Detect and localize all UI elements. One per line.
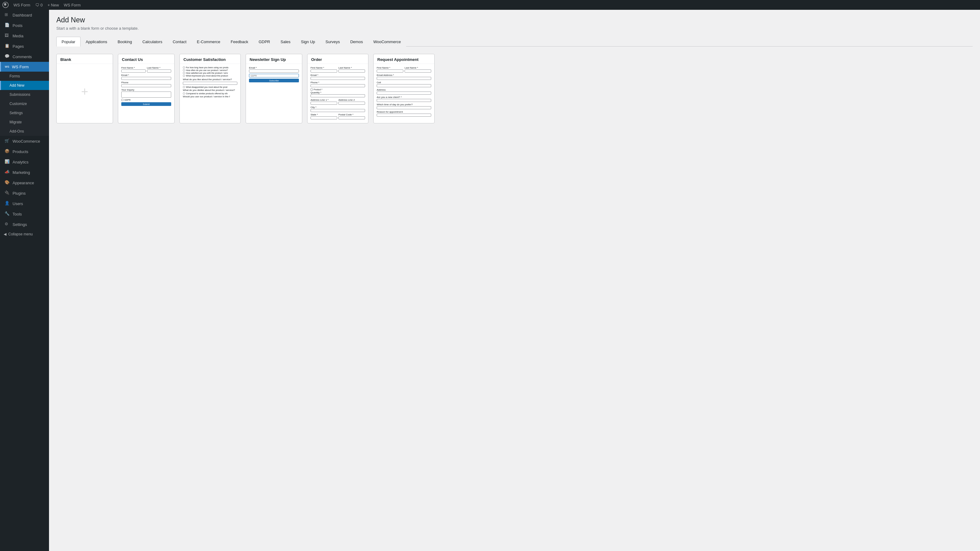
card-title-request-appointment: Request Appointment bbox=[374, 54, 434, 64]
topbar-site-name[interactable]: WS Form bbox=[13, 3, 30, 7]
card-title-blank: Blank bbox=[57, 54, 113, 64]
sidebar-item-migrate[interactable]: Migrate bbox=[0, 118, 49, 127]
page-title: Add New bbox=[56, 16, 973, 24]
card-body-contact-us: First Name * Last Name * Email * Phone Y… bbox=[118, 64, 174, 108]
card-title-order: Order bbox=[307, 54, 368, 64]
template-card-customer-satisfaction[interactable]: Customer Satisfaction For how long have … bbox=[180, 54, 241, 123]
sidebar-item-wsform[interactable]: WS WS Form bbox=[0, 62, 49, 71]
topbar-new[interactable]: + New bbox=[48, 3, 59, 7]
products-icon: 📦 bbox=[5, 149, 10, 154]
card-body-customer-satisfaction: For how long have you been using our pro… bbox=[180, 64, 240, 101]
sidebar-item-woocommerce[interactable]: 🛒 WooCommerce bbox=[0, 136, 49, 146]
template-card-contact-us[interactable]: Contact Us First Name * Last Name * Emai… bbox=[118, 54, 175, 123]
tab-popular[interactable]: Popular bbox=[56, 37, 81, 46]
card-body-request-appointment: First Name * Last Name * Email Address *… bbox=[374, 64, 434, 120]
template-card-newsletter[interactable]: Newsletter Sign Up Email * GDPR Subscrib… bbox=[246, 54, 302, 123]
card-title-newsletter: Newsletter Sign Up bbox=[246, 54, 302, 64]
tools-icon: 🔧 bbox=[5, 211, 10, 217]
sidebar-item-customize[interactable]: Customize bbox=[0, 99, 49, 108]
comments-icon: 💬 bbox=[5, 54, 10, 59]
marketing-icon: 📣 bbox=[5, 170, 10, 175]
sidebar-item-addnew[interactable]: Add New bbox=[0, 81, 49, 90]
sidebar-item-comments[interactable]: 💬 Comments bbox=[0, 51, 49, 62]
pages-icon: 📋 bbox=[5, 43, 10, 49]
media-icon: 🖼 bbox=[5, 33, 10, 38]
topbar: WS Form 🗨 0 + New WS Form bbox=[0, 0, 980, 10]
card-body-blank: + bbox=[57, 64, 113, 119]
tab-contact[interactable]: Contact bbox=[167, 37, 192, 46]
template-card-blank[interactable]: Blank + bbox=[56, 54, 113, 123]
sidebar-item-submissions[interactable]: Submissions bbox=[0, 90, 49, 99]
card-body-newsletter: Email * GDPR Subscribe bbox=[246, 64, 302, 85]
template-card-request-appointment[interactable]: Request Appointment First Name * Last Na… bbox=[373, 54, 434, 123]
topbar-plugin[interactable]: WS Form bbox=[64, 3, 81, 7]
sidebar-item-forms[interactable]: Forms bbox=[0, 71, 49, 81]
sidebar-item-appearance[interactable]: 🎨 Appearance bbox=[0, 178, 49, 188]
sidebar-item-products[interactable]: 📦 Products bbox=[0, 146, 49, 157]
dashboard-icon: ⊞ bbox=[5, 12, 10, 18]
sidebar-item-addons[interactable]: Add-Ons bbox=[0, 127, 49, 136]
plugins-icon: 🔌 bbox=[5, 191, 10, 196]
tab-applications[interactable]: Applications bbox=[81, 37, 112, 46]
sidebar-item-tools[interactable]: 🔧 Tools bbox=[0, 209, 49, 219]
card-body-order: First Name * Last Name * Email * Phone * bbox=[307, 64, 368, 123]
tab-ecommerce[interactable]: E-Commerce bbox=[192, 37, 226, 46]
topbar-comments[interactable]: 🗨 0 bbox=[35, 3, 43, 7]
appearance-icon: 🎨 bbox=[5, 180, 10, 186]
sidebar-item-media[interactable]: 🖼 Media bbox=[0, 30, 49, 41]
sidebar-collapse-button[interactable]: ◀ Collapse menu bbox=[0, 230, 49, 239]
tab-demos[interactable]: Demos bbox=[345, 37, 368, 46]
tab-booking[interactable]: Booking bbox=[112, 37, 137, 46]
sidebar-item-pages[interactable]: 📋 Pages bbox=[0, 41, 49, 51]
tab-sales[interactable]: Sales bbox=[275, 37, 296, 46]
card-subscribe-btn: Subscribe bbox=[249, 79, 299, 83]
topbar-wp-logo[interactable] bbox=[2, 2, 9, 8]
wsform-icon: WS bbox=[5, 64, 10, 69]
sidebar-item-marketing[interactable]: 📣 Marketing bbox=[0, 167, 49, 178]
page-subtitle: Start a with a blank form or choose a te… bbox=[56, 26, 973, 30]
card-title-customer-satisfaction: Customer Satisfaction bbox=[180, 54, 240, 64]
sidebar-item-plugins[interactable]: 🔌 Plugins bbox=[0, 188, 49, 198]
tab-calculators[interactable]: Calculators bbox=[137, 37, 167, 46]
sidebar: ⊞ Dashboard 📄 Posts 🖼 Media 📋 Pages 💬 Co… bbox=[0, 10, 49, 551]
collapse-icon: ◀ bbox=[4, 232, 6, 236]
card-title-contact-us: Contact Us bbox=[118, 54, 174, 64]
analytics-icon: 📊 bbox=[5, 159, 10, 165]
users-icon: 👤 bbox=[5, 201, 10, 206]
main-content: Add New Start a with a blank form or cho… bbox=[49, 10, 980, 551]
layout: ⊞ Dashboard 📄 Posts 🖼 Media 📋 Pages 💬 Co… bbox=[0, 10, 980, 551]
card-submit-contact: Submit bbox=[121, 102, 171, 106]
tabs-row: Popular Applications Booking Calculators… bbox=[56, 37, 973, 46]
sidebar-item-dashboard[interactable]: ⊞ Dashboard bbox=[0, 10, 49, 20]
cards-grid: Blank + Contact Us First Name * Last Nam bbox=[56, 54, 973, 123]
sidebar-item-users[interactable]: 👤 Users bbox=[0, 198, 49, 209]
sidebar-item-posts[interactable]: 📄 Posts bbox=[0, 20, 49, 30]
settings-icon: ⚙ bbox=[5, 222, 10, 227]
posts-icon: 📄 bbox=[5, 23, 10, 28]
woocommerce-icon: 🛒 bbox=[5, 138, 10, 144]
tab-signup[interactable]: Sign Up bbox=[296, 37, 320, 46]
tab-surveys[interactable]: Surveys bbox=[320, 37, 345, 46]
tab-woocommerce[interactable]: WooCommerce bbox=[368, 37, 406, 46]
sidebar-item-settings2[interactable]: ⚙ Settings bbox=[0, 219, 49, 230]
tab-gdpr[interactable]: GDPR bbox=[253, 37, 275, 46]
template-card-order[interactable]: Order First Name * Last Name * Email * bbox=[307, 54, 368, 123]
sidebar-item-settings[interactable]: Settings bbox=[0, 108, 49, 118]
sidebar-item-analytics[interactable]: 📊 Analytics bbox=[0, 157, 49, 167]
tab-feedback[interactable]: Feedback bbox=[225, 37, 253, 46]
